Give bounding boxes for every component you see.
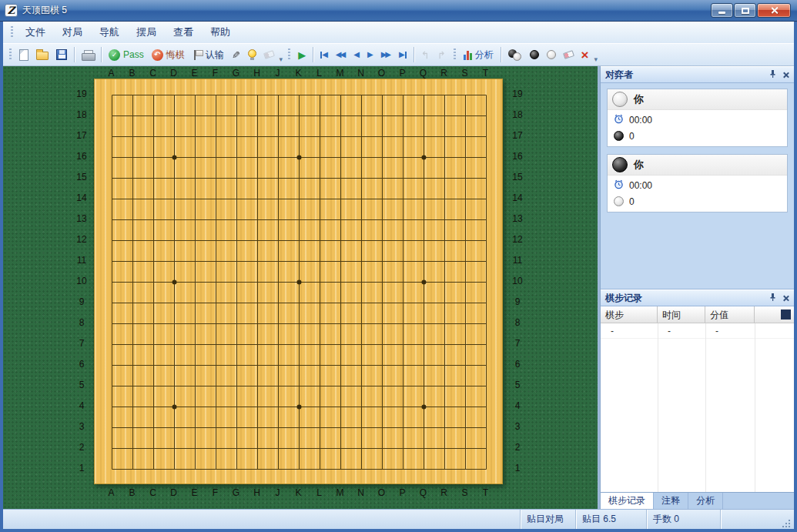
player-captures-row: 0 [612,193,782,209]
board-coordinate: 6 [72,354,92,375]
menu-navigation[interactable]: 导航 [91,22,128,43]
toolbar-overflow-arrow[interactable]: ▾ [278,55,285,63]
board-coordinate: N [350,68,371,79]
pin-icon[interactable] [769,69,777,81]
tab-move-record[interactable]: 棋步记录 [601,493,654,509]
clock-icon [614,179,624,192]
board-coordinate: J [267,68,288,79]
board-coordinate: K [288,487,309,498]
white-stone-tool-button[interactable] [543,45,560,64]
print-button[interactable] [78,45,98,64]
player-card-white: 你 00:00 0 [607,89,788,147]
variation-prev-button[interactable]: ↰ [417,45,434,64]
moves-panel-header: 棋步记录 [601,289,794,306]
hint-button[interactable] [244,45,260,64]
board-coordinate: 2 [72,437,92,458]
fast-back-button[interactable]: ◀◀ [332,45,350,64]
board-coordinate: 4 [72,396,92,417]
board-coordinate: 5 [507,375,527,396]
erase-stone-button[interactable] [560,45,578,64]
title-bar[interactable]: Z 天顶围棋 5 [0,0,797,22]
board-coordinate: 10 [72,271,92,292]
tab-comments[interactable]: 注释 [654,493,688,509]
mark-erase-button[interactable] [260,45,278,64]
printer-icon [82,50,94,61]
board-coordinate: J [267,487,288,498]
go-board[interactable] [94,79,503,484]
panel-header-icons [769,293,789,304]
players-panel: 你 00:00 0 你 [601,83,794,289]
table-corner-button[interactable] [781,309,791,320]
back-button[interactable]: ◀ [350,45,363,64]
black-stone-tool-button[interactable] [526,45,543,64]
table-row[interactable]: - - - [601,323,794,339]
fast-forward-icon: ▶▶ [381,51,391,59]
board-coordinate: 4 [507,396,527,417]
undo-move-button[interactable]: ↶ 悔棋 [148,45,189,64]
board-coordinate: S [454,68,475,79]
analyze-button[interactable]: 分析 [460,45,497,64]
go-board-area: ABCDEFGHJKLMNOPQRST ABCDEFGHJKLMNOPQRST … [3,66,598,509]
column-header-time[interactable]: 时间 [658,306,705,323]
toolbar-grip[interactable] [9,49,12,61]
board-coordinate: T [475,487,496,498]
new-file-button[interactable] [15,45,32,64]
board-coordinate: 15 [507,167,527,188]
column-header-move[interactable]: 棋步 [601,306,658,323]
menu-game[interactable]: 对局 [54,22,91,43]
menubar-grip[interactable] [11,26,13,38]
open-folder-icon [36,52,49,60]
close-button[interactable] [757,3,791,18]
analyze-label: 分析 [475,49,494,62]
last-move-button[interactable]: ▶ [395,45,410,64]
open-file-button[interactable] [32,45,52,64]
resign-label: 认输 [206,49,224,62]
board-coordinate: 19 [507,84,527,105]
close-panel-icon[interactable] [782,72,789,79]
pass-button[interactable]: ✓ Pass [105,45,148,64]
board-coordinate: C [142,68,163,79]
minimize-button[interactable] [711,3,733,18]
fast-forward-button[interactable]: ▶▶ [377,45,395,64]
moves-table-body[interactable]: - - - [601,323,794,492]
draw-tool-button[interactable]: ✎ [228,45,244,64]
auto-play-button[interactable]: ▶ [294,45,310,64]
fast-back-icon: ◀◀ [336,51,346,59]
maximize-button[interactable] [734,3,756,18]
status-bar: 贴目对局 贴目 6.5 手数 0 [3,509,794,529]
resign-button[interactable]: 认输 [189,45,228,64]
menu-help[interactable]: 帮助 [202,22,239,43]
board-coordinate: 15 [72,167,92,188]
variation-next-button[interactable]: ↱ [434,45,450,64]
close-panel-icon[interactable] [782,295,789,302]
board-coordinate: A [101,487,122,498]
pin-icon[interactable] [769,293,777,304]
board-coordinate: 3 [72,417,92,437]
menu-file[interactable]: 文件 [17,22,54,43]
resize-grip[interactable] [782,519,792,529]
delete-button[interactable]: × [578,45,593,64]
board-coordinate: R [434,487,454,498]
pass-label: Pass [123,49,144,60]
column-header-score[interactable]: 分值 [705,306,755,323]
save-button[interactable] [52,45,71,64]
status-message-section [3,510,520,529]
toolbar-grip[interactable] [288,49,290,61]
board-coordinate: F [205,68,226,79]
first-move-button[interactable]: ◀ [316,45,332,64]
board-coordinate: M [330,487,350,498]
forward-button[interactable]: ▶ [363,45,377,64]
toolbar-overflow-arrow[interactable]: ▾ [593,55,600,63]
menu-view[interactable]: 查看 [165,22,202,43]
tab-analysis[interactable]: 分析 [688,493,723,509]
panel-header-icons [769,69,789,81]
stone-pair-button[interactable] [504,45,526,64]
new-document-icon [19,49,28,61]
toolbar-grip[interactable] [454,49,456,61]
board-coordinate: L [309,68,330,79]
save-floppy-icon [56,49,67,60]
board-coordinate: 1 [507,458,527,479]
player-name: 你 [634,92,644,106]
menu-setup[interactable]: 摆局 [128,22,165,43]
last-move-icon: ▶ [399,51,407,59]
